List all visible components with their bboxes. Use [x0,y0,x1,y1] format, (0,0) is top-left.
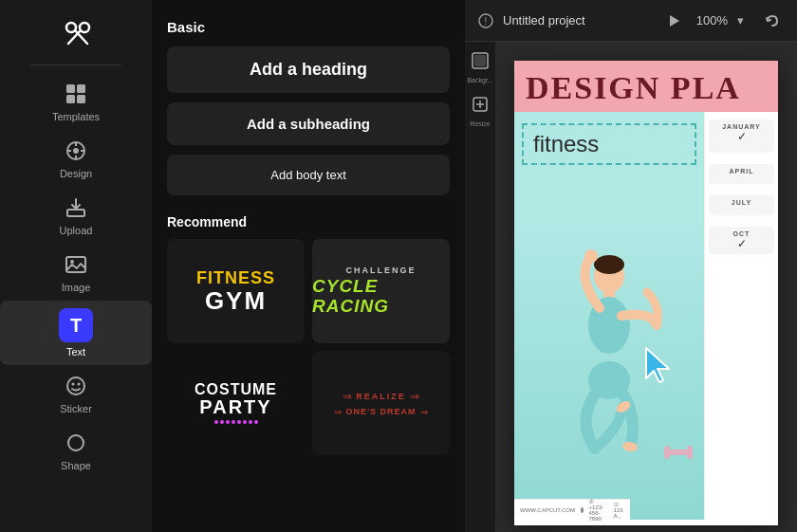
canvas-wrapper: Backgr... Resize DESIGN PLA [465,42,797,532]
svg-rect-40 [664,446,670,459]
party-text: PARTY [199,397,271,416]
month-april: APRIL · [709,164,774,184]
svg-rect-41 [687,446,693,459]
project-title: Untitled project [503,13,653,28]
svg-point-21 [78,383,81,386]
resize-label: Resize [470,120,490,127]
play-button[interactable] [660,9,687,32]
sidebar-item-templates[interactable]: Templates [0,73,152,130]
topbar-controls: 100% ▾ [660,9,786,32]
sidebar-item-image-label: Image [62,282,91,293]
svg-rect-7 [66,95,75,103]
undo-button[interactable] [759,9,786,32]
canvas-scroll: DESIGN PLA fitness [495,42,797,532]
recommend-grid: FITNESS GYM CHALLENGE CYCLE RACING COSTU… [152,239,465,455]
cycle-racing-text: CYCLE RACING [312,277,450,317]
month-oct: OCT ✓ [709,227,774,254]
doc-body: fitness [514,112,778,520]
dream-text: ONE'S DREAM [345,407,416,416]
sidebar-item-upload-label: Upload [60,225,93,236]
recommend-card-realize-dream[interactable]: ⇒ REALIZE ⇒ ⇒ ONE'S DREAM ⇒ [312,351,450,455]
doc-months-sidebar: JANUARY ✓ · APRIL · JULY · [704,112,778,520]
background-label: Backgr... [467,77,492,83]
add-subheading-button[interactable]: Add a subheading [167,102,450,145]
dots-decoration [214,420,258,424]
svg-rect-5 [66,84,75,93]
footer-location: ⊙ 123 A... [614,501,624,519]
templates-icon [63,81,89,107]
app-logo [59,15,93,49]
sidebar-item-design-label: Design [60,168,92,179]
sidebar-item-text[interactable]: T Text [0,301,152,365]
doc-main: fitness [514,112,704,520]
month-january-name: JANUARY [713,123,770,130]
sidebar-item-text-label: Text [66,346,85,358]
month-july-name: JULY [713,199,770,206]
month-july: JULY · [709,195,774,215]
fitness-text-box[interactable]: fitness [522,123,696,165]
svg-rect-6 [77,84,85,93]
recommend-card-costume-party[interactable]: COSTUME PARTY [167,351,305,455]
add-heading-button[interactable]: Add a heading [167,46,450,93]
fitness-input-text: fitness [533,131,599,156]
editor-area: ! Untitled project 100% ▾ [465,0,797,532]
svg-point-20 [72,383,75,386]
sticker-icon [63,373,89,399]
recommend-card-fitness-gym[interactable]: FITNESS GYM [167,239,305,343]
add-body-text-button[interactable]: Add body text [167,155,450,195]
svg-point-22 [68,435,83,450]
design-icon [63,138,89,164]
svg-text:!: ! [485,16,488,27]
sidebar-item-upload[interactable]: Upload [0,187,152,244]
costume-text: COSTUME [195,382,277,397]
sidebar: Templates Design Upload [0,0,152,532]
footer-phone: ✆ +123-456-7890 [589,498,608,522]
svg-rect-27 [474,55,486,66]
svg-point-32 [594,255,624,274]
doc-header: DESIGN PLA [514,61,778,112]
image-icon [63,251,89,278]
sidebar-item-shape-label: Shape [61,460,91,471]
zoom-dropdown-button[interactable]: ▾ [732,9,750,31]
month-oct-check: ✓ [713,237,770,250]
sidebar-item-sticker-label: Sticker [60,403,92,414]
fitness-text: FITNESS [196,269,275,286]
recommend-section-title: Recommend [152,205,465,239]
editor-topbar: ! Untitled project 100% ▾ [465,0,797,42]
zoom-control: 100% ▾ [696,9,750,31]
text-panel: Basic Add a heading Add a subheading Add… [152,0,465,532]
text-icon: T [59,308,93,342]
warning-icon: ! [476,11,495,30]
doc-title: DESIGN PLA [526,70,767,106]
svg-point-35 [584,249,598,263]
doc-footer: WWW.CAPCUT.COM ✆ +123-456-7890 ⊙ 123 A..… [514,499,630,520]
dumbbell-decoration [664,446,693,463]
month-january: JANUARY ✓ · [709,119,774,153]
tool-strip: Backgr... Resize [465,42,495,532]
sidebar-item-design[interactable]: Design [0,130,152,187]
month-january-check: ✓ [713,130,770,143]
svg-marker-25 [670,15,679,27]
zoom-level: 100% [696,13,728,28]
sidebar-item-shape[interactable]: Shape [0,422,152,479]
shape-icon [63,430,89,456]
yoga-image [514,226,704,520]
footer-url: WWW.CAPCUT.COM [520,507,575,513]
month-oct-name: OCT [713,230,770,237]
background-tool-button[interactable] [467,47,493,74]
basic-section-title: Basic [152,0,465,46]
sidebar-item-sticker[interactable]: Sticker [0,365,152,422]
resize-tool-button[interactable] [467,91,493,118]
realize-text: REALIZE [356,392,406,401]
upload-icon [63,194,89,221]
svg-point-18 [70,260,74,264]
svg-rect-15 [67,210,84,216]
svg-rect-8 [77,95,85,103]
svg-point-10 [73,148,79,154]
svg-point-19 [67,377,84,394]
gym-text: GYM [205,288,267,313]
sidebar-item-image[interactable]: Image [0,244,152,301]
canvas-document: DESIGN PLA fitness [514,61,778,525]
challenge-label: CHALLENGE [346,266,417,275]
recommend-card-cycle-racing[interactable]: CHALLENGE CYCLE RACING [312,239,450,343]
